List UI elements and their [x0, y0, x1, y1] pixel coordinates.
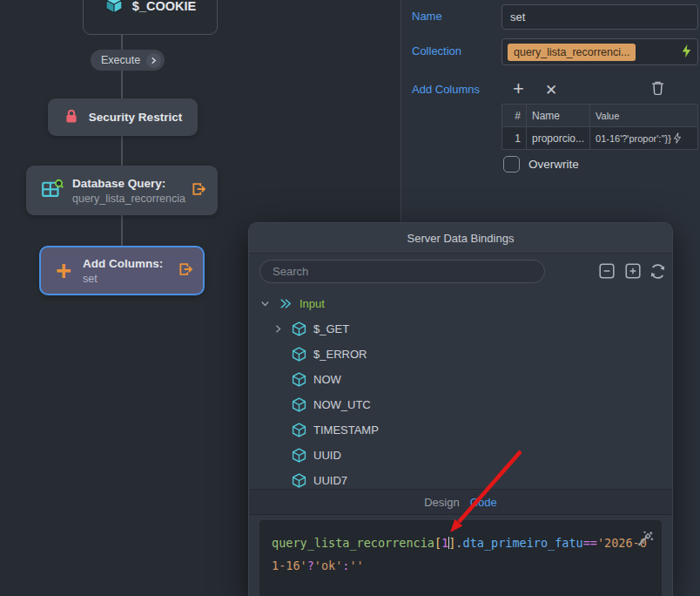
code-token: 1: [441, 536, 448, 550]
table-header-index: #: [502, 105, 527, 127]
remove-column-button[interactable]: ✕: [545, 81, 557, 99]
trash-icon[interactable]: [650, 79, 666, 97]
connector-line: [121, 35, 123, 50]
cube-icon: [292, 423, 306, 437]
collection-token[interactable]: query_lista_recorrenci...: [508, 44, 636, 61]
cookie-node[interactable]: $_COOKIE: [83, 0, 218, 35]
magic-wand-icon[interactable]: [635, 529, 654, 548]
add-columns-node[interactable]: + Add Columns: set: [39, 246, 205, 295]
execute-label: Execute: [101, 54, 140, 66]
text-caret: [448, 537, 449, 549]
code-token: ==: [583, 536, 597, 550]
collection-field[interactable]: query_lista_recorrenci...: [501, 38, 698, 65]
chevron-right-icon[interactable]: [271, 323, 285, 335]
connector-line: [121, 71, 123, 98]
code-token: '': [349, 559, 363, 572]
columns-table: #NameValue 1proporcio...01-16'?'propor':…: [501, 104, 698, 150]
tree-item-now[interactable]: NOW: [249, 367, 672, 392]
chevron-down-icon[interactable]: [258, 298, 272, 309]
cube-icon: [292, 397, 306, 412]
code-token: ?: [307, 559, 314, 572]
column-name-cell[interactable]: proporcio...: [526, 127, 589, 150]
cookie-node-label: $_COOKIE: [132, 0, 196, 13]
add-columns-title: Add Columns:: [83, 257, 170, 270]
tree-item-label: $_ERROR: [313, 348, 367, 361]
collapse-all-icon[interactable]: [598, 262, 616, 280]
execute-button[interactable]: Execute: [91, 50, 165, 71]
tree-item-label: UUID: [313, 449, 341, 462]
cube-icon: [292, 473, 306, 488]
cube-icon: [104, 0, 124, 17]
column-index-cell: 1: [502, 127, 527, 150]
double-chevron-icon: [279, 297, 293, 310]
connector-line: [121, 136, 123, 166]
database-query-node[interactable]: Database Query: query_lista_recorrencia: [26, 166, 218, 215]
lightning-icon[interactable]: [681, 44, 692, 60]
tree-item--error[interactable]: $_ERROR: [249, 342, 672, 367]
tree-item-input[interactable]: Input: [249, 291, 672, 316]
overwrite-label: Overwrite: [528, 158, 579, 171]
search-input[interactable]: [259, 260, 545, 283]
add-column-button[interactable]: +: [513, 78, 524, 100]
dialog-titlebar[interactable]: Server Data Bindings: [249, 223, 672, 254]
plus-icon: +: [52, 260, 75, 282]
columns-table-header: #NameValue: [502, 105, 698, 127]
code-token: 'ok': [314, 559, 343, 572]
add-columns-label: Add Columns: [412, 83, 480, 96]
name-field[interactable]: [501, 4, 698, 30]
code-token: .: [455, 536, 462, 550]
cube-icon: [292, 322, 306, 336]
overwrite-checkbox[interactable]: [503, 156, 520, 173]
output-icon: [178, 261, 193, 281]
server-data-bindings-dialog: Server Data Bindings Input$_GET$_ERRORNO…: [248, 222, 673, 596]
lock-icon: [64, 108, 79, 127]
cube-icon: [292, 372, 306, 387]
code-token: [: [434, 536, 441, 550]
cube-icon: [292, 347, 306, 362]
code-token: query_lista_recorrencia: [272, 536, 434, 550]
name-label: Name: [412, 10, 442, 23]
cube-icon: [292, 448, 306, 463]
db-query-subtitle: query_lista_recorrencia: [72, 193, 182, 205]
tree-item-label: Input: [300, 297, 325, 310]
expand-all-icon[interactable]: [624, 262, 642, 280]
security-restrict-node[interactable]: Security Restrict: [48, 98, 198, 136]
chevron-right-icon: [146, 53, 161, 68]
code-token: dta_primeiro_fatu: [463, 536, 583, 550]
tree-item-label: NOW: [313, 373, 341, 386]
table-header-value: Value: [590, 105, 698, 127]
output-icon: [191, 181, 206, 200]
tab-design[interactable]: Design: [424, 496, 459, 509]
tree-item-timestamp[interactable]: TIMESTAMP: [249, 417, 672, 443]
collection-label: Collection: [412, 44, 461, 58]
tree-item-label: TIMESTAMP: [313, 423, 379, 437]
add-columns-subtitle: set: [83, 273, 170, 285]
dialog-title: Server Data Bindings: [407, 232, 515, 245]
code-expression[interactable]: query_lista_recorrencia[1].dta_primeiro_…: [272, 532, 648, 577]
tree-item-label: NOW_UTC: [313, 398, 371, 411]
connector-line: [121, 215, 123, 246]
column-value-text: 01-16'?'propor':''}}: [596, 133, 671, 144]
app-window: $_COOKIE Execute Security Restrict Datab…: [0, 0, 700, 596]
table-row[interactable]: 1proporcio...01-16'?'propor':''}}: [502, 127, 698, 150]
tab-code[interactable]: Code: [470, 496, 497, 509]
tree-item-uuid[interactable]: UUID: [249, 443, 672, 468]
code-editor[interactable]: query_lista_recorrencia[1].dta_primeiro_…: [259, 520, 662, 596]
lightning-outline-icon[interactable]: [673, 132, 682, 144]
bindings-tree: Input$_GET$_ERRORNOWNOW_UTCTIMESTAMPUUID…: [249, 291, 672, 493]
refresh-icon[interactable]: [649, 262, 667, 281]
tree-item-label: $_GET: [313, 322, 349, 335]
column-value-cell[interactable]: 01-16'?'propor':''}}: [590, 127, 698, 150]
tree-item--get[interactable]: $_GET: [249, 316, 672, 342]
table-header-name: Name: [526, 105, 589, 127]
table-search-icon: [41, 178, 64, 204]
dialog-tabs: Design Code: [249, 489, 672, 515]
db-query-title: Database Query:: [72, 177, 182, 190]
tree-item-now-utc[interactable]: NOW_UTC: [249, 392, 672, 417]
security-node-label: Security Restrict: [89, 111, 182, 124]
tree-item-label: UUID7: [313, 474, 347, 487]
